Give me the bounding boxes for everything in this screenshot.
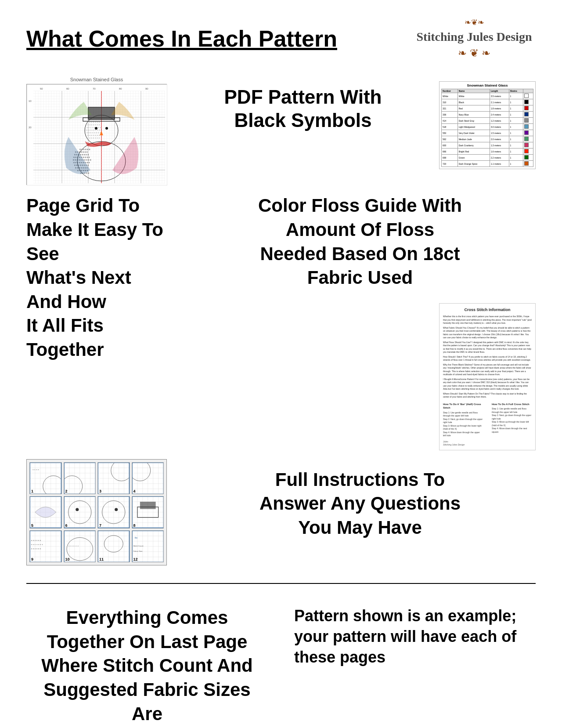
header: What Comes In Each Pattern ❧❦❧ Stitching… [26, 18, 536, 59]
pattern-preview: Snowman Stained Glass 50 60 70 80 90 10 … [26, 77, 167, 185]
section-bottom: Everything Comes Together On Last Page W… [26, 597, 536, 728]
cross-stitch-info-preview: Cross Stitch Information Whether this is… [439, 303, 536, 450]
page-container: What Comes In Each Pattern ❧❦❧ Stitching… [0, 0, 562, 728]
page-title: What Comes In Each Pattern [26, 18, 337, 51]
logo-area: ❧❦❧ Stitching Jules Design ❧ ❦ ❧ [413, 18, 536, 59]
grid-page-item: × × × × × × × 10 [64, 530, 96, 563]
example-note-text: Pattern shown is an example; your patter… [294, 606, 536, 667]
grid-page-item: × × × × × ×+ + + + + + +× × × × × × 9 [29, 530, 62, 563]
grid-page-item: 7 [97, 496, 130, 529]
svg-text:fin: fin [134, 536, 137, 539]
svg-point-123 [95, 127, 97, 130]
svg-text:Fabric Size:: Fabric Size: [133, 550, 143, 552]
svg-text:90: 90 [145, 87, 148, 90]
grid-page-item: 6 [64, 496, 96, 529]
instructions-text-area: Full Instructions To Answer Any Question… [184, 459, 536, 540]
grid-page-item: 8 [132, 496, 164, 529]
svg-rect-122 [88, 107, 115, 120]
logo-decoration-top: ❧❦❧ [465, 18, 484, 27]
floss-table: Number Name Length Skeins White White 3.… [441, 89, 533, 167]
svg-rect-229 [140, 502, 155, 509]
floss-table-title: Snowman Stained Glass [441, 83, 533, 87]
svg-text:+ + + + + + +: + + + + + + + [31, 543, 43, 546]
svg-text:Stitch Count:: Stitch Count: [133, 544, 144, 547]
everything-title: Everything Comes Together On Last Page W… [26, 606, 268, 728]
color-floss-title: Color Floss Guide With Amount Of Floss N… [184, 194, 536, 290]
grid-page-item: finStitch Count:Fabric Size: 12 [132, 530, 164, 563]
page-grid-title: Page Grid To Make It Easy To See What's … [26, 194, 167, 362]
floss-table-preview: Snowman Stained Glass Number Name Length… [439, 81, 536, 169]
pdf-text-area: PDF Pattern With Black Symbols [184, 77, 422, 132]
section-middle: Page Grid To Make It Easy To See What's … [26, 194, 536, 450]
color-floss-area: Color Floss Guide With Amount Of Floss N… [184, 194, 536, 450]
snowman-preview: 50 60 70 80 90 10 20 [26, 84, 167, 185]
svg-point-124 [105, 127, 108, 130]
svg-text:× × × × × ×: × × × × × × [89, 137, 100, 139]
svg-text:80: 80 [119, 87, 122, 90]
grid-page-item: 3 [97, 462, 130, 495]
svg-text:50: 50 [40, 87, 43, 90]
example-note: Pattern shown is an example; your patter… [294, 606, 536, 667]
grid-page-item: 2 [64, 462, 96, 495]
svg-text:10: 10 [29, 100, 32, 102]
grid-pages-preview: × × × × 1 [26, 459, 167, 566]
pdf-pattern-title: PDF Pattern With Black Symbols [184, 86, 422, 132]
pattern-title-label: Snowman Stained Glass [26, 77, 167, 82]
section-pdf: Snowman Stained Glass 50 60 70 80 90 10 … [26, 77, 536, 185]
svg-text:× × × × × ×: × × × × × × [31, 539, 41, 541]
svg-text:× × × × × ×: × × × × × × [31, 548, 41, 550]
svg-text:70: 70 [93, 87, 96, 90]
section-instructions: × × × × 1 [26, 459, 536, 566]
section-divider [26, 583, 536, 584]
page-grid-text: Page Grid To Make It Easy To See What's … [26, 194, 167, 362]
svg-text:× × × × × × ×: × × × × × × × [68, 544, 79, 547]
instructions-title: Full Instructions To Answer Any Question… [184, 468, 536, 540]
grid-pages-grid: × × × × 1 [26, 459, 167, 566]
grid-page-item: 11 [97, 530, 130, 563]
grid-page-item: 4 [132, 462, 164, 495]
svg-point-202 [76, 508, 79, 511]
svg-point-216 [115, 508, 118, 511]
logo-decoration-bottom: ❧ ❦ ❧ [458, 47, 490, 59]
everything-text: Everything Comes Together On Last Page W… [26, 606, 268, 728]
floss-guide-preview: Snowman Stained Glass Number Name Length… [439, 81, 536, 169]
svg-text:× × × ×: × × × × [32, 469, 39, 471]
svg-text:60: 60 [66, 87, 69, 90]
logo-text: Stitching Jules Design [417, 29, 532, 45]
grid-page-item: 5 [29, 496, 62, 529]
grid-page-item: × × × × 1 [29, 462, 62, 495]
svg-text:20: 20 [29, 126, 32, 129]
